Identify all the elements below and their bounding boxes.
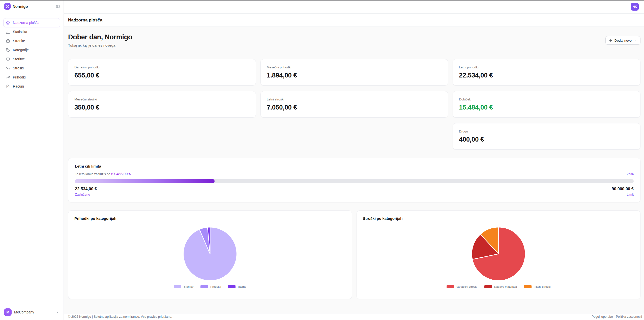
- stat-value: 350,00 €: [74, 103, 250, 111]
- stat-card-letni-prihodki: Letni prihodki 22.534,00 €: [453, 59, 640, 86]
- goal-title: Letni cilj limita: [75, 164, 634, 168]
- goal-limit-label: Limit: [612, 193, 634, 196]
- chevron-down-icon: [56, 310, 60, 314]
- annual-goal-card: Letni cilj limita To leto lahko zaslužiš…: [68, 158, 640, 202]
- brand-name: Normigo: [13, 4, 56, 9]
- sidebar-item-stroski[interactable]: Stroški: [3, 64, 60, 73]
- services-icon: [6, 57, 10, 61]
- plus-icon: [609, 39, 612, 42]
- greeting-row: Dober dan, Normigo Tukaj je, kaj je dane…: [68, 33, 640, 47]
- stat-card-letni-stroski: Letni stroški 7.050,00 €: [260, 91, 448, 118]
- stat-card-danasnji-prihodki: Današnji prihodki 655,00 €: [68, 59, 256, 86]
- legend-swatch: [174, 285, 181, 288]
- legend-label: Fiksni stroški: [534, 285, 550, 288]
- sidebar-item-storitve[interactable]: Storitve: [3, 55, 60, 64]
- legend-label: Razno: [238, 285, 246, 288]
- sidebar-item-kategorije[interactable]: Kategorije: [3, 45, 60, 55]
- normigo-logo-icon: [4, 3, 11, 10]
- legend-label: Produkti: [210, 285, 221, 288]
- legend-swatch: [447, 285, 454, 288]
- sidebar-item-label: Stranke: [13, 39, 25, 43]
- company-switcher[interactable]: M MeCompany: [0, 305, 64, 320]
- goal-percent: 25%: [627, 172, 634, 176]
- goal-remaining-prefix: To leto lahko zaslužiš še: [75, 172, 110, 176]
- goal-earned-block: 22.534,00 € Zasluženo: [75, 186, 97, 196]
- sidebar-nav: Nadzorna plošča Statistika Stranke: [0, 18, 64, 91]
- goal-subrow: To leto lahko zaslužiš še67.466,00 € 25%: [75, 172, 634, 176]
- goal-progress-track: [75, 179, 634, 183]
- greeting-subtitle: Tukaj je, kaj je danes novega: [68, 43, 132, 47]
- costs-pie-legend: Variabilni stroškiNabava materialaFiksni…: [363, 285, 634, 288]
- goal-limit-block: 90.000,00 € Limit: [612, 186, 634, 196]
- legend-label: Storitev: [184, 285, 193, 288]
- legend-item: Nabava materiala: [484, 285, 517, 288]
- legend-swatch: [228, 285, 236, 288]
- bar-chart-icon: [6, 30, 10, 34]
- stat-value: 400,00 €: [459, 136, 634, 143]
- sidebar-item-label: Nadzorna plošča: [13, 21, 39, 25]
- sidebar-item-racuni[interactable]: € Računi: [3, 82, 60, 91]
- sidebar-item-label: Statistika: [13, 30, 27, 34]
- revenue-pie-chart: [74, 227, 346, 281]
- chevron-down-icon: [634, 39, 637, 42]
- sidebar-item-label: Prihodki: [13, 75, 26, 79]
- svg-text:€: €: [7, 86, 8, 88]
- tag-icon: [6, 48, 10, 52]
- dashboard-content: Dober dan, Normigo Tukaj je, kaj je dane…: [64, 27, 644, 313]
- trending-down-icon: [6, 66, 10, 70]
- stat-label: Letni prihodki: [459, 65, 634, 69]
- sidebar-item-stranke[interactable]: Stranke: [3, 36, 60, 45]
- sidebar-item-label: Storitve: [13, 57, 25, 61]
- privacy-link[interactable]: Politika zasebnosti: [616, 315, 642, 318]
- stat-label: Današnji prihodki: [74, 65, 250, 69]
- sidebar-item-statistika[interactable]: Statistika: [3, 27, 60, 36]
- company-avatar: M: [4, 308, 12, 316]
- page-title-bar: Nadzorna plošča: [64, 14, 644, 27]
- stat-card-mesecni-stroski: Mesečni stroški 350,00 €: [68, 91, 256, 118]
- legend-swatch: [200, 285, 208, 288]
- trending-up-icon: [6, 75, 10, 79]
- footer-copyright: © 2026 Normigo | Spletna aplikacija za n…: [68, 315, 172, 318]
- goal-earned-label: Zasluženo: [75, 193, 97, 196]
- stat-label: Mesečni stroški: [74, 97, 250, 101]
- goal-earned-value: 22.534,00 €: [75, 186, 97, 191]
- window-top-edge: [0, 0, 644, 1]
- costs-pie-chart: [363, 227, 634, 281]
- stat-card-dobicek: Dobiček 15.484,00 €: [453, 91, 640, 118]
- footer-links: Pogoji uporabe Politika zasebnosti: [592, 315, 642, 318]
- stat-label: Drugo: [459, 129, 634, 133]
- sidebar-item-nadzorna-plosca[interactable]: Nadzorna plošča: [3, 18, 60, 27]
- stat-label: Letni stroški: [267, 97, 442, 101]
- stat-card-mesecni-prihodki: Mesečni prihodki 1.894,00 €: [260, 59, 448, 86]
- invoice-icon: €: [6, 84, 10, 89]
- costs-by-category-card: Stroški po kategorijah Variabilni strošk…: [357, 210, 640, 299]
- brand[interactable]: Normigo: [0, 1, 64, 12]
- legend-item: Produkti: [200, 285, 221, 288]
- sidebar-item-prihodki[interactable]: Prihodki: [3, 73, 60, 82]
- legend-swatch: [484, 285, 492, 288]
- stat-value: 22.534,00 €: [459, 71, 634, 79]
- goal-remaining-value: 67.466,00 €: [111, 172, 131, 176]
- goal-limit-value: 90.000,00 €: [612, 186, 634, 191]
- sidebar-item-label: Stroški: [13, 66, 24, 70]
- greeting-heading: Dober dan, Normigo: [68, 33, 132, 41]
- stat-card-drugo: Drugo 400,00 €: [453, 123, 640, 150]
- terms-link[interactable]: Pogoji uporabe: [592, 315, 613, 318]
- add-new-button[interactable]: Dodaj novo: [605, 36, 640, 45]
- panel-left-icon[interactable]: [56, 4, 60, 9]
- topbar: NK: [64, 0, 644, 14]
- sidebar-item-label: Kategorije: [13, 48, 29, 52]
- goal-remaining: To leto lahko zaslužiš še67.466,00 €: [75, 172, 131, 176]
- page-title: Nadzorna plošča: [68, 18, 102, 23]
- app-window: Normigo Nadzorna plošča: [0, 0, 644, 320]
- legend-item: Razno: [228, 285, 246, 288]
- greeting-block: Dober dan, Normigo Tukaj je, kaj je dane…: [68, 33, 132, 47]
- legend-item: Storitev: [174, 285, 193, 288]
- main-area: NK Nadzorna plošča Dober dan, Normigo Tu…: [64, 0, 644, 320]
- legend-item: Fiksni stroški: [524, 285, 550, 288]
- chart-title: Stroški po kategorijah: [363, 216, 634, 221]
- legend-swatch: [524, 285, 532, 288]
- chart-title: Prihodki po kategorijah: [74, 216, 346, 221]
- stat-label: Dobiček: [459, 97, 634, 101]
- user-avatar[interactable]: NK: [631, 3, 639, 11]
